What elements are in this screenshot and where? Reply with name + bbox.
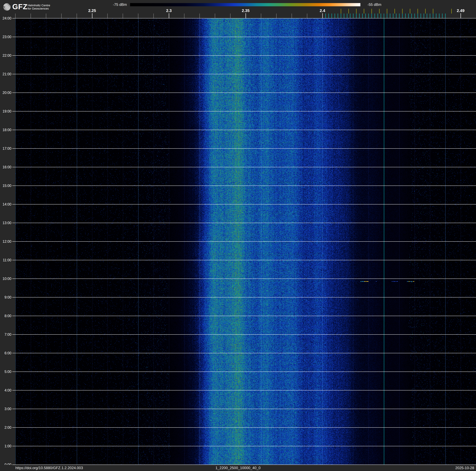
ble-channel-tick [421, 14, 421, 18]
time-label: 14:00 [0, 202, 11, 206]
hour-gridline [12, 37, 476, 37]
time-label: 10:00 [0, 277, 11, 281]
ble-channel-tick [344, 14, 344, 18]
ble-channel-tick [442, 14, 442, 18]
freq-minor-tick [123, 14, 123, 18]
logo-org-text: GFZ [12, 2, 28, 11]
ble-channel-tick [418, 14, 418, 18]
ble-channel-tick [402, 14, 403, 18]
freq-minor-tick [307, 14, 307, 18]
freq-tick-label: 2.25 [83, 8, 101, 13]
ble-channel-tick [445, 14, 446, 18]
ble-channel-tick [424, 14, 424, 18]
ble-channel-tick [356, 14, 357, 18]
freq-minor-tick [261, 14, 261, 18]
freq-minor-tick [138, 14, 138, 18]
wifi-channel-tick [356, 9, 357, 14]
ble-channel-tick [365, 14, 366, 18]
hour-gridline [12, 279, 476, 279]
wifi-channel-tick [379, 9, 380, 14]
dataset-title: 1_2200_2500_10000_40_0 [0, 465, 476, 471]
logo-subtitle-line2: for Geosciences [28, 7, 50, 10]
ble-channel-tick [368, 14, 369, 18]
header-bar: GFZ Helmholtz Centre for Geosciences -75… [0, 0, 476, 18]
ble-channel-tick [338, 14, 338, 18]
freq-minor-tick [184, 14, 184, 18]
time-label: 21:00 [0, 72, 11, 76]
hour-gridline [12, 18, 476, 18]
freq-major-tick [92, 13, 92, 18]
logo-subtitle: Helmholtz Centre for Geosciences [28, 4, 50, 10]
spectrogram-figure: GFZ Helmholtz Centre for Geosciences -75… [0, 0, 476, 471]
ble-channel-tick [372, 14, 372, 18]
time-label: 11:00 [0, 258, 11, 262]
wifi-channel-tick [387, 9, 387, 14]
time-label: 20:00 [0, 91, 11, 95]
freq-minor-tick [276, 14, 276, 18]
time-label: 22:00 [0, 54, 11, 57]
ble-channel-tick [332, 14, 332, 18]
freq-tick-label: 2.4 [313, 8, 332, 13]
ble-channel-tick [374, 14, 375, 18]
freq-minor-tick [61, 14, 62, 18]
ble-channel-tick [359, 14, 360, 18]
hour-gridline [12, 427, 476, 428]
hour-gridline [12, 111, 476, 111]
hour-gridline [12, 185, 476, 186]
wifi-channel-tick [425, 9, 426, 14]
ble-channel-tick [387, 14, 387, 18]
time-label: 2:00 [0, 425, 11, 430]
freq-major-tick [460, 13, 461, 18]
freq-major-tick [169, 13, 169, 18]
freq-minor-tick [107, 14, 108, 18]
freq-minor-tick [31, 14, 31, 18]
wifi-channel-tick [348, 9, 349, 14]
hour-gridline [12, 260, 476, 260]
wifi-channel-tick [418, 9, 418, 14]
freq-minor-tick [292, 14, 292, 18]
ble-channel-tick [427, 14, 427, 18]
time-label: 9:00 [0, 295, 11, 299]
freq-major-tick [322, 13, 323, 18]
ble-channel-tick [341, 14, 341, 18]
colorbar-min-label: -75 dBm [99, 3, 127, 7]
ble-channel-tick [325, 14, 326, 18]
time-label: 24:00 [0, 16, 11, 20]
ble-channel-tick [436, 14, 436, 18]
time-label: 13:00 [0, 221, 11, 225]
hour-gridline [12, 390, 476, 390]
freq-minor-tick [15, 14, 16, 18]
ble-channel-tick [396, 14, 396, 18]
colorbar-gradient [130, 3, 360, 6]
freq-minor-tick [215, 14, 215, 18]
time-label: 12:00 [0, 239, 11, 243]
ble-channel-tick [430, 14, 430, 18]
freq-minor-tick [230, 14, 230, 18]
ble-channel-tick [353, 14, 354, 18]
time-label: 19:00 [0, 109, 11, 113]
ble-channel-tick [378, 14, 378, 18]
time-label: 8:00 [0, 314, 11, 318]
hour-gridline [12, 409, 476, 409]
hour-gridline [12, 223, 476, 223]
ble-channel-tick [399, 14, 400, 18]
ble-channel-tick [381, 14, 381, 18]
wifi-channel-tick [341, 9, 341, 14]
wifi-channel-tick [372, 9, 372, 14]
freq-minor-tick [77, 14, 77, 18]
freq-tick-label: 2.35 [237, 8, 255, 13]
hour-gridline [12, 372, 476, 372]
ble-channel-tick [393, 14, 393, 18]
time-label: 16:00 [0, 165, 11, 169]
colorbar-max-label: -55 dBm [367, 3, 398, 7]
freq-major-tick [246, 13, 246, 18]
ble-channel-tick [408, 14, 409, 18]
hour-gridline [12, 92, 476, 93]
freq-minor-tick [46, 14, 46, 18]
ble-channel-tick [411, 14, 412, 18]
logo-subtitle-line1: Helmholtz Centre [28, 4, 50, 7]
hour-gridline [12, 446, 476, 446]
freq-tick-label: 2.3 [160, 8, 178, 13]
time-label: 5:00 [0, 370, 11, 374]
hour-gridline [12, 204, 476, 204]
